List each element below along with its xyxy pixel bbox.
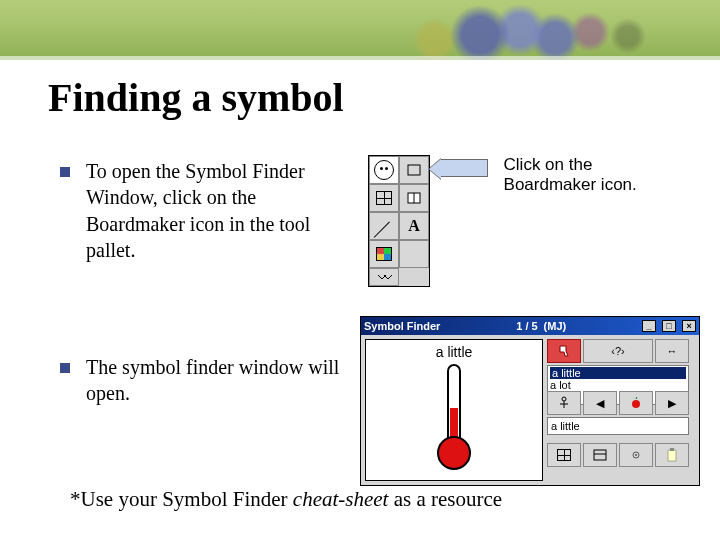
tool-button[interactable] bbox=[369, 184, 399, 212]
svg-point-11 bbox=[635, 454, 637, 456]
grid-split-icon bbox=[406, 191, 422, 205]
color-icon bbox=[376, 247, 392, 261]
tool-button[interactable]: A bbox=[399, 212, 429, 240]
svg-rect-12 bbox=[668, 450, 676, 461]
settings-button[interactable] bbox=[619, 443, 653, 467]
grid-view-button[interactable] bbox=[547, 443, 581, 467]
category-button[interactable] bbox=[619, 391, 653, 415]
list-item[interactable]: a lot bbox=[550, 379, 686, 391]
symbol-finder-window: Symbol Finder 1 / 5 (MJ) _ □ × a little … bbox=[360, 316, 700, 486]
symbol-preview: a little bbox=[365, 339, 543, 481]
svg-line-7 bbox=[636, 397, 637, 399]
gear-icon bbox=[629, 449, 643, 461]
expand-icon bbox=[374, 272, 394, 282]
thumb-down-button[interactable] bbox=[547, 339, 581, 363]
decorative-banner bbox=[0, 0, 720, 60]
swap-button[interactable]: ↔ bbox=[655, 339, 689, 363]
list-item[interactable]: a little bbox=[550, 367, 686, 379]
window-titlebar[interactable]: Symbol Finder 1 / 5 (MJ) _ □ × bbox=[361, 317, 699, 335]
page-indicator: 1 / 5 bbox=[516, 320, 537, 332]
bullet-item: The symbol finder window will open. bbox=[60, 354, 352, 407]
tool-button[interactable] bbox=[399, 156, 429, 184]
minimize-button[interactable]: _ bbox=[642, 320, 656, 332]
square-icon bbox=[406, 163, 422, 177]
callout-text: Click on the Boardmaker icon. bbox=[504, 155, 688, 196]
clipboard-icon bbox=[666, 448, 678, 462]
layout-button[interactable] bbox=[583, 443, 617, 467]
line-icon bbox=[370, 213, 398, 239]
grid-icon bbox=[376, 191, 392, 205]
close-button[interactable]: × bbox=[682, 320, 696, 332]
bullet-marker-icon bbox=[60, 167, 70, 177]
maximize-button[interactable]: □ bbox=[662, 320, 676, 332]
bullet-list: To open the Symbol Finder Window, click … bbox=[60, 158, 352, 496]
tool-button[interactable] bbox=[369, 268, 399, 286]
clipboard-button[interactable] bbox=[655, 443, 689, 467]
svg-point-3 bbox=[562, 397, 566, 401]
bullet-marker-icon bbox=[60, 363, 70, 373]
search-input[interactable]: a little bbox=[547, 417, 689, 435]
bullet-text: The symbol finder window will open. bbox=[86, 354, 352, 407]
svg-rect-8 bbox=[594, 450, 606, 460]
svg-rect-13 bbox=[670, 448, 674, 451]
tool-button[interactable] bbox=[399, 240, 429, 268]
grid-icon bbox=[557, 449, 571, 461]
prev-button[interactable]: ◀ bbox=[583, 391, 617, 415]
search-value: a little bbox=[551, 420, 580, 432]
apple-icon bbox=[630, 397, 642, 409]
svg-rect-0 bbox=[408, 165, 420, 175]
svg-point-6 bbox=[632, 400, 640, 408]
slide-title: Finding a symbol bbox=[48, 74, 344, 121]
thumb-down-icon bbox=[557, 345, 571, 357]
text-tool-icon: A bbox=[408, 217, 420, 235]
tool-button[interactable] bbox=[369, 240, 399, 268]
tool-palette-graphic: A Click on the Boardmaker icon. bbox=[368, 155, 688, 287]
footnote-suffix: as a resource bbox=[388, 487, 502, 511]
callout-arrow-icon bbox=[440, 159, 488, 177]
boardmaker-icon[interactable] bbox=[369, 156, 399, 184]
tool-palette: A bbox=[368, 155, 430, 287]
layout-icon bbox=[593, 449, 607, 461]
tool-button[interactable] bbox=[369, 212, 399, 240]
tool-button[interactable] bbox=[399, 184, 429, 212]
symbol-name: a little bbox=[436, 344, 473, 360]
footnote-emphasis: cheat-sheet bbox=[293, 487, 389, 511]
window-tag: (MJ) bbox=[544, 320, 567, 332]
footnote-prefix: *Use your Symbol Finder bbox=[70, 487, 293, 511]
bullet-text: To open the Symbol Finder Window, click … bbox=[86, 158, 352, 264]
next-button[interactable]: ▶ bbox=[655, 391, 689, 415]
person-filter-button[interactable] bbox=[547, 391, 581, 415]
bullet-item: To open the Symbol Finder Window, click … bbox=[60, 158, 352, 264]
thermometer-icon bbox=[429, 362, 479, 472]
help-button[interactable]: ‹?› bbox=[583, 339, 653, 363]
footnote: *Use your Symbol Finder cheat-sheet as a… bbox=[70, 487, 502, 512]
person-icon bbox=[558, 396, 570, 410]
window-title: Symbol Finder bbox=[364, 320, 440, 332]
symbol-finder-controls: ‹?› ↔ a little a lot ◀ ▶ a little bbox=[547, 335, 699, 485]
